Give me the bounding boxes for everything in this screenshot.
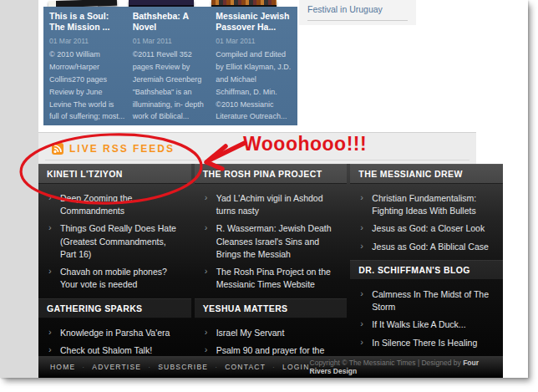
book-excerpt: ©2011 Revell 352 pages Review by Jeremia… (133, 48, 209, 123)
feed-link[interactable]: Things God Really Does Hate (Greatest Co… (48, 222, 185, 261)
feeds-section: KINETI L'TZIYON Deep Zooming the Command… (38, 164, 503, 356)
rss-bar-title: LIVE RSS FEEDS (69, 143, 175, 155)
feed-link[interactable]: R. Wasserman: Jewish Death Cleanses Isra… (205, 222, 341, 261)
feed-header: THE MESSIANIC DREW (350, 164, 503, 184)
feed-column-1: KINETI L'TZIYON Deep Zooming the Command… (38, 164, 191, 356)
feed-link[interactable]: Jesus as God: a Closer Look (360, 222, 496, 235)
feed-link-list: Yad L'Achim vigil in Ashdod turns nasty … (195, 184, 348, 292)
book-date: 01 Mar 2011 (216, 37, 292, 45)
book-title[interactable]: Bathsheba: A Novel (133, 11, 209, 33)
feed-link-list: Calmness In The Midst of The Storm If It… (350, 280, 503, 349)
rss-icon (52, 143, 63, 155)
footer-copyright: Copyright © The Messianic Times | Design… (310, 359, 495, 375)
feed-header: GATHERING SPARKS (38, 298, 191, 318)
copyright-text: Copyright © The Messianic Times | Design… (310, 359, 461, 367)
footer-nav: HOME ADVERTISE SUBSCRIBE CONTACT LOGIN (50, 363, 310, 371)
book-reviews-panel: This is a Soul: The Mission ... 01 Mar 2… (43, 7, 297, 125)
events-list-box: Festival in Uruguay (299, 0, 416, 25)
footer-nav-advertise[interactable]: ADVERTISE (92, 363, 158, 371)
feed-link[interactable]: Jesus as God: A Biblical Case (360, 241, 496, 253)
feed-header: YESHUA MATTERS (195, 298, 348, 318)
feed-block: GATHERING SPARKS Knowledge in Parsha Va'… (38, 298, 191, 356)
book-excerpt: Compiled and Edited by Elliot Klayman, J… (216, 48, 292, 123)
feed-link[interactable]: Chavah on mobile phones? Your vote is ne… (48, 266, 185, 291)
feed-link-list: Christian Fundamentalism: Fighting Ideas… (350, 184, 503, 253)
book-date: 01 Mar 2011 (133, 37, 209, 45)
book-title[interactable]: Messianic Jewish Passover Ha... (216, 11, 292, 33)
feed-link[interactable]: Psalm 90 and prayer for the New Year (205, 344, 341, 356)
feed-block: YESHUA MATTERS Israel My Servant Psalm 9… (195, 298, 348, 356)
footer-bar: HOME ADVERTISE SUBSCRIBE CONTACT LOGIN C… (38, 356, 503, 378)
footer-nav-subscribe[interactable]: SUBSCRIBE (158, 363, 225, 371)
feed-link[interactable]: In Silence There Is Healing (360, 337, 496, 349)
feed-header: KINETI L'TZIYON (38, 164, 191, 184)
feed-block: THE ROSH PINA PROJECT Yad L'Achim vigil … (195, 164, 348, 292)
footer-nav-login[interactable]: LOGIN (282, 363, 309, 371)
footer-nav-home[interactable]: HOME (50, 363, 92, 371)
feed-header: DR. SCHIFFMAN'S BLOG (350, 260, 503, 280)
feed-link[interactable]: Knowledge in Parsha Va'era (48, 327, 185, 339)
book-review-card: Bathsheba: A Novel 01 Mar 2011 ©2011 Rev… (133, 11, 209, 125)
book-review-card: This is a Soul: The Mission ... 01 Mar 2… (49, 11, 125, 125)
feed-link-list: Israel My Servant Psalm 90 and prayer fo… (195, 318, 348, 356)
feed-link-list: Deep Zooming the Commandments Things God… (38, 184, 191, 292)
feed-link[interactable]: Deep Zooming the Commandments (48, 192, 185, 217)
book-excerpt: © 2010 William Morrow/Harper Collins270 … (49, 48, 125, 123)
feed-link[interactable]: Calmness In The Midst of The Storm (360, 288, 496, 313)
feed-block: DR. SCHIFFMAN'S BLOG Calmness In The Mid… (350, 260, 503, 349)
footer-nav-contact[interactable]: CONTACT (225, 363, 282, 371)
feed-column-3: THE MESSIANIC DREW Christian Fundamental… (350, 164, 503, 356)
page-background-margin (0, 0, 38, 378)
book-date: 01 Mar 2011 (49, 37, 125, 45)
feed-column-2: THE ROSH PINA PROJECT Yad L'Achim vigil … (195, 164, 348, 356)
book-cover-image-3 (211, 0, 277, 7)
feed-link[interactable]: If It Walks Like A Duck... (360, 318, 496, 331)
feed-header: THE ROSH PINA PROJECT (195, 164, 348, 184)
feed-link[interactable]: Christian Fundamentalism: Fighting Ideas… (360, 192, 496, 217)
live-rss-feeds-bar: LIVE RSS FEEDS (38, 132, 476, 164)
feed-block: THE MESSIANIC DREW Christian Fundamental… (350, 164, 503, 253)
feed-link[interactable]: Israel My Servant (205, 327, 341, 339)
feed-link[interactable]: The Rosh Pina Project on the Messianic T… (205, 266, 341, 291)
webpage: This is a Soul: The Mission ... 01 Mar 2… (0, 0, 528, 378)
feed-block: KINETI L'TZIYON Deep Zooming the Command… (38, 164, 191, 292)
event-link[interactable]: Festival in Uruguay (307, 4, 408, 21)
book-title[interactable]: This is a Soul: The Mission ... (49, 11, 125, 33)
annotated-screenshot: This is a Soul: The Mission ... 01 Mar 2… (0, 0, 538, 392)
feed-link[interactable]: Yad L'Achim vigil in Ashdod turns nasty (205, 192, 341, 217)
feed-link[interactable]: Check out Shalom Talk! (48, 344, 185, 356)
book-cover-image-2 (129, 0, 194, 7)
feed-link-list: Knowledge in Parsha Va'era Check out Sha… (38, 318, 191, 356)
book-review-card: Messianic Jewish Passover Ha... 01 Mar 2… (216, 11, 292, 125)
